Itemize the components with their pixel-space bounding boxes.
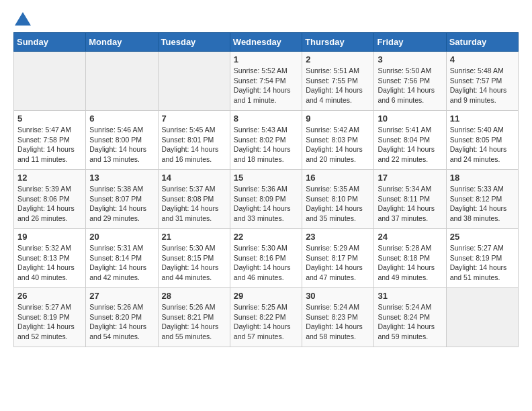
day-info-line: Sunrise: 5:40 AM: [450, 125, 515, 135]
calendar-week-2: 5Sunrise: 5:47 AMSunset: 7:58 PMDaylight…: [14, 111, 519, 170]
day-info-line: Sunrise: 5:36 AM: [234, 184, 298, 194]
day-info-line: Sunset: 8:00 PM: [89, 135, 154, 145]
day-info-line: Sunrise: 5:25 AM: [234, 302, 298, 312]
day-info-line: and 57 minutes.: [234, 332, 298, 342]
day-info-line: Daylight: 14 hours: [306, 85, 370, 95]
day-info-line: and 55 minutes.: [162, 332, 226, 342]
day-info-line: Daylight: 14 hours: [162, 322, 226, 332]
day-info-line: and 42 minutes.: [89, 273, 154, 283]
day-info-line: and 13 minutes.: [89, 154, 154, 165]
day-info-line: Daylight: 14 hours: [234, 263, 298, 273]
day-number: 11: [450, 113, 515, 124]
day-info-line: Sunset: 8:08 PM: [162, 194, 226, 204]
calendar-cell: 10Sunrise: 5:41 AMSunset: 8:04 PMDayligh…: [374, 111, 446, 170]
day-info-line: Sunset: 8:23 PM: [306, 312, 370, 322]
day-info-line: Sunset: 8:19 PM: [450, 253, 515, 263]
day-info-line: and 1 minute.: [234, 95, 298, 105]
day-info-line: Daylight: 14 hours: [89, 144, 154, 154]
calendar-week-5: 26Sunrise: 5:27 AMSunset: 8:19 PMDayligh…: [14, 288, 519, 347]
day-number: 19: [17, 232, 82, 242]
day-info-line: Sunrise: 5:26 AM: [162, 302, 226, 312]
calendar-cell: [158, 52, 230, 111]
day-info-line: Sunrise: 5:48 AM: [450, 66, 515, 76]
day-info-line: Daylight: 14 hours: [234, 85, 298, 95]
day-info-line: Sunset: 8:19 PM: [17, 312, 82, 322]
day-info-line: Sunrise: 5:52 AM: [234, 66, 298, 76]
day-number: 15: [234, 173, 298, 183]
calendar-cell: 27Sunrise: 5:26 AMSunset: 8:20 PMDayligh…: [86, 288, 158, 347]
day-info-line: and 46 minutes.: [234, 273, 298, 283]
day-number: 2: [306, 54, 370, 64]
day-number: 5: [17, 113, 82, 124]
day-info-line: Sunrise: 5:27 AM: [17, 302, 82, 312]
day-info-line: Sunset: 8:14 PM: [89, 253, 154, 263]
calendar-cell: 11Sunrise: 5:40 AMSunset: 8:05 PMDayligh…: [446, 111, 518, 170]
calendar-cell: 16Sunrise: 5:35 AMSunset: 8:10 PMDayligh…: [302, 170, 374, 229]
calendar-cell: 8Sunrise: 5:43 AMSunset: 8:02 PMDaylight…: [230, 111, 302, 170]
day-info-line: Sunset: 8:11 PM: [378, 194, 442, 204]
day-info-line: Sunset: 8:09 PM: [234, 194, 298, 204]
day-info-line: and 58 minutes.: [306, 332, 370, 342]
day-info-line: Daylight: 14 hours: [378, 203, 442, 214]
day-number: 25: [450, 232, 515, 242]
day-info-line: and 40 minutes.: [17, 273, 82, 283]
day-info-line: Sunrise: 5:24 AM: [306, 302, 370, 312]
day-info-line: Sunrise: 5:47 AM: [17, 125, 82, 135]
calendar-cell: 5Sunrise: 5:47 AMSunset: 7:58 PMDaylight…: [14, 111, 86, 170]
day-info-line: Sunrise: 5:37 AM: [162, 184, 226, 194]
calendar-cell: 20Sunrise: 5:31 AMSunset: 8:14 PMDayligh…: [86, 229, 158, 288]
day-info-line: Daylight: 14 hours: [306, 203, 370, 214]
day-info-line: Daylight: 14 hours: [234, 203, 298, 214]
column-header-tuesday: Tuesday: [158, 33, 230, 52]
day-info-line: Daylight: 14 hours: [17, 203, 82, 214]
day-info-line: Sunset: 8:12 PM: [450, 194, 515, 204]
calendar-cell: 30Sunrise: 5:24 AMSunset: 8:23 PMDayligh…: [302, 288, 374, 347]
day-info-line: Sunset: 8:21 PM: [162, 312, 226, 322]
day-number: 31: [378, 291, 442, 301]
day-info-line: Daylight: 14 hours: [17, 322, 82, 332]
day-info-line: Sunrise: 5:42 AM: [306, 125, 370, 135]
day-info-line: and 20 minutes.: [306, 154, 370, 165]
day-info-line: Sunset: 7:54 PM: [234, 76, 298, 86]
day-info-line: Sunrise: 5:43 AM: [234, 125, 298, 135]
calendar-cell: [14, 52, 86, 111]
day-info-line: Daylight: 14 hours: [234, 144, 298, 154]
day-info-line: Sunset: 7:56 PM: [378, 76, 442, 86]
day-info-line: Sunrise: 5:46 AM: [89, 125, 154, 135]
calendar-cell: 6Sunrise: 5:46 AMSunset: 8:00 PMDaylight…: [86, 111, 158, 170]
day-info-line: and 9 minutes.: [450, 95, 515, 105]
day-info-line: Sunrise: 5:30 AM: [234, 243, 298, 253]
day-info-line: Daylight: 14 hours: [89, 263, 154, 273]
day-info-line: and 54 minutes.: [89, 332, 154, 342]
calendar-cell: 9Sunrise: 5:42 AMSunset: 8:03 PMDaylight…: [302, 111, 374, 170]
day-info-line: and 11 minutes.: [17, 154, 82, 165]
day-number: 21: [162, 232, 226, 242]
day-number: 24: [378, 232, 442, 242]
day-info-line: Sunrise: 5:51 AM: [306, 66, 370, 76]
day-info-line: Daylight: 14 hours: [162, 263, 226, 273]
calendar-cell: 14Sunrise: 5:37 AMSunset: 8:08 PMDayligh…: [158, 170, 230, 229]
calendar-cell: 29Sunrise: 5:25 AMSunset: 8:22 PMDayligh…: [230, 288, 302, 347]
calendar-cell: 23Sunrise: 5:29 AMSunset: 8:17 PMDayligh…: [302, 229, 374, 288]
day-info-line: Daylight: 14 hours: [162, 203, 226, 214]
day-info-line: and 33 minutes.: [234, 214, 298, 224]
day-number: 12: [17, 173, 82, 183]
calendar-cell: 15Sunrise: 5:36 AMSunset: 8:09 PMDayligh…: [230, 170, 302, 229]
calendar-cell: 31Sunrise: 5:24 AMSunset: 8:24 PMDayligh…: [374, 288, 446, 347]
day-number: 28: [162, 291, 226, 301]
day-info-line: Sunset: 8:02 PM: [234, 135, 298, 145]
day-info-line: Sunset: 8:15 PM: [162, 253, 226, 263]
day-info-line: Daylight: 14 hours: [378, 322, 442, 332]
day-info-line: Daylight: 14 hours: [89, 203, 154, 214]
day-info-line: Daylight: 14 hours: [378, 85, 442, 95]
day-info-line: Sunrise: 5:32 AM: [17, 243, 82, 253]
day-info-line: Sunset: 8:10 PM: [306, 194, 370, 204]
calendar-header-row: SundayMondayTuesdayWednesdayThursdayFrid…: [14, 33, 519, 52]
day-info-line: Sunset: 8:24 PM: [378, 312, 442, 322]
day-info-line: Sunrise: 5:39 AM: [17, 184, 82, 194]
day-info-line: and 38 minutes.: [450, 214, 515, 224]
day-info-line: Sunrise: 5:28 AM: [378, 243, 442, 253]
day-info-line: and 24 minutes.: [450, 154, 515, 165]
day-info-line: and 16 minutes.: [162, 154, 226, 165]
calendar-cell: 19Sunrise: 5:32 AMSunset: 8:13 PMDayligh…: [14, 229, 86, 288]
